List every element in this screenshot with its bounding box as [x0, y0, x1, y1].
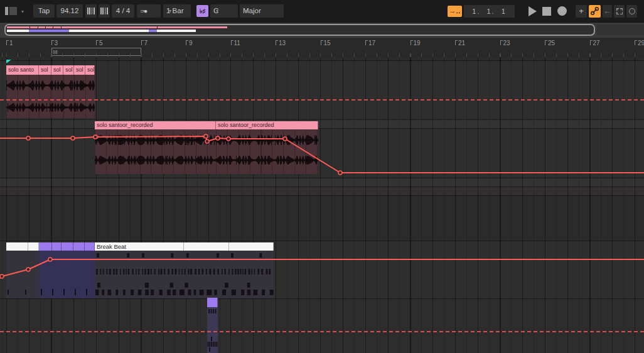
- clip-title[interactable]: sol: [74, 65, 85, 75]
- scale-name-selector[interactable]: Major ▾: [240, 4, 284, 18]
- scale-mode-toggle[interactable]: ♭♯: [196, 5, 208, 17]
- clip-title[interactable]: sol: [39, 65, 51, 75]
- clip-title[interactable]: sol: [63, 65, 74, 75]
- clip-title[interactable]: [39, 242, 52, 251]
- clip-title[interactable]: [28, 242, 39, 251]
- bar-tick-icon: [276, 40, 278, 45]
- bar-tick-icon: [51, 40, 54, 45]
- clip-title[interactable]: [62, 242, 73, 251]
- arrangement-overview[interactable]: [0, 23, 644, 38]
- bar-tick-icon: [96, 40, 99, 45]
- bar-number: 17: [368, 40, 375, 46]
- follow-button[interactable]: →‥: [448, 6, 462, 17]
- record-button[interactable]: [557, 6, 567, 16]
- bar-tick-icon: [6, 40, 9, 45]
- overview-audio-clip: [62, 26, 69, 28]
- layout-dropdown-icon[interactable]: ▾: [21, 9, 24, 14]
- break-beat-clip-body[interactable]: [95, 251, 274, 298]
- ableton-arrangement-view: ▾ Tap 94.12 4 / 4 ○● ▾ 1 Bar ▾ ♭♯ C ▾ Ma…: [0, 0, 644, 353]
- clip-body[interactable]: [63, 75, 74, 118]
- overview-clip: [69, 30, 149, 32]
- play-button[interactable]: [529, 6, 537, 16]
- clip-body[interactable]: [74, 75, 85, 118]
- overview-audio-clip: [46, 26, 53, 28]
- chevron-down-icon[interactable]: ▾: [216, 4, 218, 18]
- bar-tick-icon: [141, 40, 144, 45]
- bar-tick-icon: [186, 40, 188, 45]
- bar-number: 19: [414, 40, 421, 46]
- bar-number: 1: [9, 40, 13, 46]
- chevron-down-icon[interactable]: ▾: [245, 4, 248, 18]
- stop-button[interactable]: [542, 7, 551, 16]
- overview-midi-clip: [149, 30, 157, 32]
- bar-tick-icon: [455, 40, 458, 45]
- nudge-bars-icon: [100, 8, 108, 14]
- loop-toggle-button[interactable]: [626, 5, 637, 18]
- bar-tick-icon: [545, 40, 547, 45]
- overview-offscreen-area: [596, 24, 644, 35]
- bar-tick-icon: [231, 40, 233, 45]
- nudge-bars-icon: [87, 8, 95, 14]
- beat-time-ruler[interactable]: 1357911131517192123252729 ▷ ◁: [0, 38, 644, 57]
- bar-number: 7: [144, 40, 148, 46]
- clip-title[interactable]: [85, 242, 95, 251]
- clip-title[interactable]: [184, 242, 229, 251]
- automation-line-dashed[interactable]: [0, 331, 644, 332]
- clip-title[interactable]: [207, 298, 218, 307]
- draw-mode-button[interactable]: [614, 5, 625, 18]
- nudge-up-button[interactable]: [99, 4, 110, 18]
- bar-number: 3: [55, 40, 58, 46]
- quantization-selector[interactable]: 1 Bar ▾: [163, 4, 191, 18]
- nudge-down-button[interactable]: [85, 4, 97, 18]
- view-layout-icon[interactable]: [5, 7, 8, 15]
- bar-tick-icon: [635, 40, 637, 45]
- clip-title[interactable]: [229, 242, 274, 251]
- clip-title[interactable]: sol: [85, 65, 95, 75]
- circle-icon: [629, 8, 635, 14]
- automation-line-dashed[interactable]: [0, 99, 644, 100]
- chevron-down-icon[interactable]: ▾: [169, 4, 171, 18]
- clip-title[interactable]: Break Beat: [95, 242, 184, 251]
- overview-audio-clip: [158, 26, 227, 28]
- break-beat-clip-body-left[interactable]: [6, 251, 39, 298]
- clip-title[interactable]: [73, 242, 85, 251]
- bottom-midi-clip-body[interactable]: [207, 307, 218, 353]
- clip-body[interactable]: [85, 75, 95, 118]
- overview-clip: [7, 30, 29, 32]
- add-track-button[interactable]: +: [576, 5, 587, 18]
- automation-mode-button[interactable]: [589, 5, 601, 18]
- clip-title[interactable]: [6, 242, 28, 251]
- clip-body[interactable]: [216, 129, 318, 174]
- clip-body[interactable]: [51, 75, 63, 118]
- clip-body[interactable]: [95, 129, 216, 174]
- back-to-arrangement-button[interactable]: ←: [603, 5, 612, 18]
- overview-audio-clip: [53, 26, 61, 28]
- tempo-field[interactable]: 94.12: [56, 4, 83, 18]
- bar-tick-icon: [500, 40, 503, 45]
- view-layout-icon-2[interactable]: [9, 7, 17, 15]
- bar-number: 11: [234, 40, 240, 46]
- control-bar: ▾ Tap 94.12 4 / 4 ○● ▾ 1 Bar ▾ ♭♯ C ▾ Ma…: [0, 0, 644, 23]
- midi-clip-body-purple[interactable]: [39, 251, 95, 298]
- time-signature-field[interactable]: 4 / 4: [112, 4, 134, 18]
- frame-corners-icon: [616, 8, 623, 14]
- arrangement-start-marker[interactable]: [6, 60, 11, 63]
- clip-body[interactable]: [6, 75, 39, 118]
- bar-tick-icon: [411, 40, 413, 45]
- overview-clip: [157, 30, 196, 32]
- clip-title[interactable]: solo santo: [6, 65, 39, 75]
- scale-root-selector[interactable]: C ▾: [210, 4, 238, 18]
- clip-title[interactable]: [52, 242, 62, 251]
- chevron-down-icon[interactable]: ▾: [142, 4, 145, 18]
- clip-title[interactable]: solo santoor_recorded: [216, 121, 318, 129]
- bar-number: 15: [324, 40, 331, 46]
- metronome-toggle[interactable]: ○● ▾: [137, 4, 161, 18]
- clip-body[interactable]: [39, 75, 51, 118]
- tap-tempo-button[interactable]: Tap: [33, 4, 55, 18]
- clip-title[interactable]: sol: [51, 65, 63, 75]
- bar-number: 25: [548, 40, 555, 46]
- arrangement-position-display[interactable]: 1. 1. 1: [464, 5, 515, 18]
- clip-title[interactable]: solo santoor_recorded: [95, 121, 216, 129]
- bar-tick-icon: [590, 40, 593, 45]
- bar-number: 23: [503, 40, 510, 46]
